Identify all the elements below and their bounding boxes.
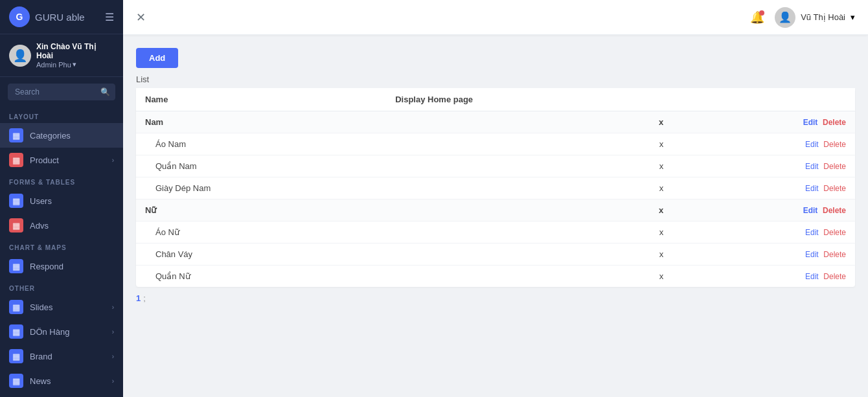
row-actions: Edit Delete: [672, 244, 855, 266]
table-row: Nam x Edit Delete: [136, 111, 855, 133]
table-row: Quần Nữ x Edit Delete: [136, 266, 855, 288]
slides-icon: ▦: [9, 300, 23, 314]
row-display: x: [386, 155, 672, 177]
brand-icon: ▦: [9, 349, 23, 363]
news-icon: ▦: [9, 374, 23, 388]
topbar-avatar: 👤: [775, 7, 795, 28]
sidebar-item-label: Users: [30, 196, 114, 206]
sidebar-item-label: Advs: [30, 221, 114, 231]
edit-button[interactable]: Edit: [805, 140, 819, 149]
delete-button[interactable]: Delete: [823, 184, 846, 193]
row-actions: Edit Delete: [672, 266, 855, 288]
delete-button[interactable]: Delete: [823, 140, 846, 149]
edit-button[interactable]: Edit: [805, 250, 819, 259]
sidebar-item-label: Categories: [30, 131, 114, 141]
row-name: Nữ: [136, 199, 386, 221]
delete-button[interactable]: Delete: [823, 250, 846, 259]
users-icon: ▦: [9, 194, 23, 208]
row-name: Quần Nam: [136, 155, 386, 177]
row-actions: Edit Delete: [672, 177, 855, 199]
notification-bell[interactable]: 🔔: [750, 10, 764, 25]
row-display: x: [386, 266, 672, 288]
topbar-left: ✕: [136, 10, 152, 25]
sidebar-item-don-hang[interactable]: ▦ DÖn Hàng ›: [0, 319, 123, 344]
category-table: Name Display Home page Nam x Edit Delete…: [136, 88, 855, 287]
row-name: Nam: [136, 111, 386, 133]
sidebar-item-product[interactable]: ▦ Product ›: [0, 148, 123, 172]
table-row: Nữ x Edit Delete: [136, 199, 855, 221]
sidebar-item-respond[interactable]: ▦ Respond: [0, 254, 123, 278]
search-input[interactable]: [8, 84, 115, 100]
topbar-username: Vũ Thị Hoài: [801, 12, 845, 22]
chevron-right-icon: ›: [112, 304, 114, 311]
notification-dot: [759, 10, 764, 16]
row-display: x: [386, 133, 672, 155]
edit-button[interactable]: Edit: [803, 206, 818, 215]
pagination: 1 ;: [136, 293, 855, 303]
topbar: ✕ 🔔 👤 Vũ Thị Hoài ▾: [123, 0, 868, 35]
table-row: Chân Váy x Edit Delete: [136, 244, 855, 266]
sidebar: G GURU able ☰ 👤 Xin Chào Vũ Thị Hoài Adm…: [0, 0, 123, 397]
user-role: Admin Phu ▾: [36, 60, 114, 69]
row-actions: Edit Delete: [672, 133, 855, 155]
sidebar-item-advs[interactable]: ▦ Advs: [0, 213, 123, 238]
user-info: Xin Chào Vũ Thị Hoài Admin Phu ▾: [36, 42, 114, 69]
logo-icon: G: [9, 6, 30, 27]
pagination-current[interactable]: 1: [136, 293, 141, 303]
sidebar-item-news[interactable]: ▦ News ›: [0, 369, 123, 393]
row-name: Chân Váy: [136, 244, 386, 266]
delete-button[interactable]: Delete: [823, 206, 846, 215]
hamburger-icon[interactable]: ☰: [105, 11, 114, 23]
chevron-right-icon: ›: [112, 157, 114, 164]
chevron-down-icon: ▾: [73, 60, 76, 69]
row-display: x: [386, 221, 672, 244]
main-area: ✕ 🔔 👤 Vũ Thị Hoài ▾ Add List Name Displa…: [123, 0, 868, 397]
table-header-row: Name Display Home page: [136, 88, 855, 111]
sidebar-item-slides[interactable]: ▦ Slides ›: [0, 295, 123, 319]
delete-button[interactable]: Delete: [823, 162, 846, 171]
row-actions: Edit Delete: [672, 155, 855, 177]
content-area: Add List Name Display Home page Nam x Ed…: [123, 35, 868, 397]
section-chart-label: Chart & Maps: [0, 238, 123, 254]
respond-icon: ▦: [9, 259, 23, 273]
list-label: List: [136, 74, 855, 84]
add-button[interactable]: Add: [136, 48, 178, 68]
col-actions: [672, 88, 855, 111]
table-row: Áo Nam x Edit Delete: [136, 133, 855, 155]
sidebar-item-brand[interactable]: ▦ Brand ›: [0, 344, 123, 369]
row-actions: Edit Delete: [672, 221, 855, 244]
user-section: 👤 Xin Chào Vũ Thị Hoài Admin Phu ▾: [0, 34, 123, 77]
row-actions: Edit Delete: [672, 111, 855, 133]
row-display: x: [386, 111, 672, 133]
search-box: 🔍: [8, 84, 115, 100]
sidebar-logo: G GURU able ☰: [0, 0, 123, 34]
col-name: Name: [136, 88, 386, 111]
sidebar-item-users[interactable]: ▦ Users: [0, 188, 123, 213]
sidebar-item-label: News: [30, 376, 106, 386]
avatar: 👤: [9, 45, 31, 67]
categories-icon: ▦: [9, 128, 23, 142]
row-name: Áo Nữ: [136, 221, 386, 244]
edit-button[interactable]: Edit: [805, 184, 819, 193]
row-actions: Edit Delete: [672, 199, 855, 221]
edit-button[interactable]: Edit: [805, 228, 819, 237]
edit-button[interactable]: Edit: [805, 162, 819, 171]
logo-left: G GURU able: [9, 6, 85, 27]
pagination-separator: ;: [143, 293, 146, 303]
sidebar-item-label: Slides: [30, 302, 106, 312]
table-row: Giày Dép Nam x Edit Delete: [136, 177, 855, 199]
delete-button[interactable]: Delete: [823, 118, 846, 127]
delete-button[interactable]: Delete: [823, 272, 846, 281]
chevron-right-icon: ›: [112, 328, 114, 335]
chevron-right-icon: ›: [112, 353, 114, 360]
close-icon[interactable]: ✕: [136, 10, 146, 25]
sidebar-item-categories[interactable]: ▦ Categories: [0, 123, 123, 148]
topbar-user[interactable]: 👤 Vũ Thị Hoài ▾: [775, 7, 855, 28]
edit-button[interactable]: Edit: [803, 118, 818, 127]
edit-button[interactable]: Edit: [805, 272, 819, 281]
table-row: Áo Nữ x Edit Delete: [136, 221, 855, 244]
sidebar-item-label: Product: [30, 155, 106, 165]
chevron-down-icon: ▾: [851, 12, 855, 22]
brand-name: GURU able: [35, 12, 85, 23]
delete-button[interactable]: Delete: [823, 228, 846, 237]
